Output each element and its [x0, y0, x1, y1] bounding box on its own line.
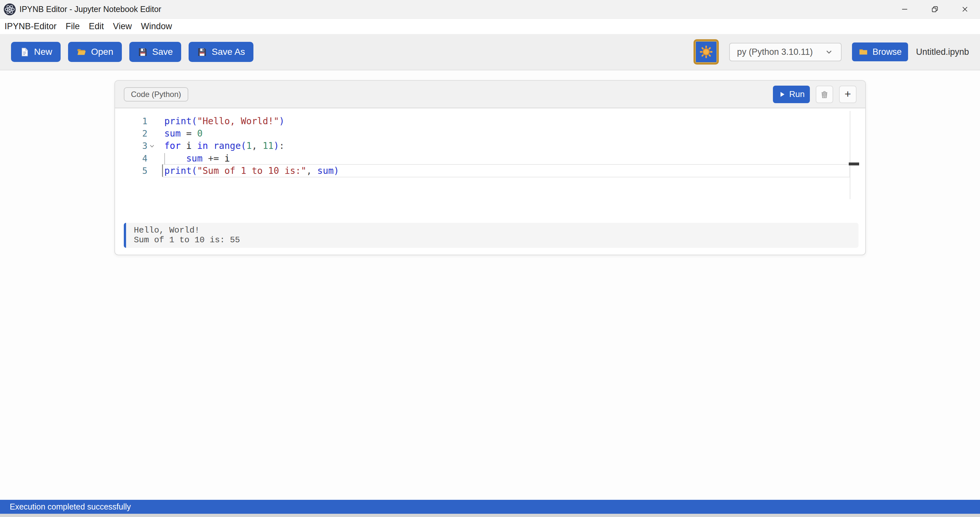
open-folder-icon: [76, 47, 86, 57]
code-text: sum += i: [156, 152, 230, 165]
toolbar-button-save[interactable]: Save: [129, 42, 181, 62]
theme-toggle-button[interactable]: [694, 39, 719, 65]
fold-chevron-icon[interactable]: [148, 140, 156, 152]
notebook-area: Code (Python) Run +: [0, 70, 980, 500]
kernel-select-value: py (Python 3.10.11): [737, 47, 813, 57]
menu-bar: IPYNB-EditorFileEditViewWindow: [0, 19, 980, 34]
line-number: 2: [115, 128, 148, 140]
run-button-label: Run: [789, 89, 805, 99]
code-editor[interactable]: 1print("Hello, World!")2sum = 03for i in…: [115, 109, 865, 223]
status-message-bar: Execution completed successfully: [0, 500, 980, 514]
window-bottom-edge: [0, 514, 980, 517]
cell-type-badge: Code (Python): [124, 87, 188, 102]
fold-column: [148, 165, 156, 177]
toolbar-button-new[interactable]: New: [11, 42, 60, 62]
cell-output: Hello, World!Sum of 1 to 10 is: 55: [124, 223, 859, 248]
menu-item-view[interactable]: View: [108, 21, 137, 32]
title-bar: IPYNB Editor - Jupyter Notebook Editor: [0, 0, 980, 19]
close-button[interactable]: [950, 0, 980, 19]
menu-item-file[interactable]: File: [61, 21, 84, 32]
line-number: 1: [115, 115, 148, 128]
code-line-3[interactable]: 3for i in range(1, 11):: [115, 140, 865, 152]
toolbar-button-label: Open: [91, 47, 113, 57]
text-cursor: [162, 164, 163, 177]
menu-item-window[interactable]: Window: [137, 21, 177, 32]
toolbar-right: py (Python 3.10.11) Browse Untitled.ipyn…: [694, 39, 969, 65]
status-bar: Execution completed successfully: [0, 500, 980, 517]
toolbar-button-label: New: [34, 47, 52, 57]
window-controls: [889, 0, 980, 19]
minimize-icon: [900, 5, 909, 14]
restore-icon: [931, 5, 939, 14]
add-cell-button[interactable]: +: [839, 86, 856, 103]
toolbar: NewOpenSaveSave As py (Python 3.10.11) B…: [0, 34, 980, 70]
window-title: IPYNB Editor - Jupyter Notebook Editor: [19, 5, 161, 14]
floppy-disk-icon: [197, 47, 207, 57]
browse-button[interactable]: Browse: [852, 43, 908, 61]
code-lines: 1print("Hello, World!")2sum = 03for i in…: [115, 109, 865, 177]
run-button[interactable]: Run: [773, 86, 810, 103]
maximize-restore-button[interactable]: [920, 0, 950, 19]
floppy-disk-icon: [138, 47, 148, 57]
new-document-icon: [19, 47, 30, 57]
toolbar-button-save-as[interactable]: Save As: [189, 42, 253, 62]
play-icon: [778, 91, 786, 98]
code-text: print("Sum of 1 to 10 is:", sum): [156, 165, 339, 177]
sun-icon: [699, 45, 713, 59]
code-line-2[interactable]: 2sum = 0: [115, 128, 865, 140]
status-message: Execution completed successfully: [10, 502, 131, 512]
line-number: 5: [115, 165, 148, 177]
code-text: sum = 0: [156, 128, 202, 140]
toolbar-file-buttons: NewOpenSaveSave As: [11, 42, 261, 62]
line-number: 4: [115, 152, 148, 165]
toolbar-button-label: Save As: [212, 47, 245, 57]
code-line-1[interactable]: 1print("Hello, World!"): [115, 115, 865, 128]
chevron-down-icon: [824, 47, 834, 57]
cell-header: Code (Python) Run +: [115, 81, 865, 109]
delete-cell-button[interactable]: [816, 86, 833, 103]
code-text: print("Hello, World!"): [156, 115, 285, 128]
notebook-cell: Code (Python) Run +: [115, 80, 866, 255]
trash-icon: [819, 89, 830, 100]
indent-guide: [164, 153, 165, 164]
scrollbar-thumb[interactable]: [849, 163, 859, 165]
code-line-4[interactable]: 4 sum += i: [115, 152, 865, 165]
electron-atom-icon: [3, 3, 16, 16]
closed-folder-icon: [859, 47, 868, 57]
fold-column: [148, 128, 156, 140]
code-text: for i in range(1, 11):: [156, 140, 285, 152]
line-number: 3: [115, 140, 148, 152]
close-icon: [961, 5, 969, 14]
code-line-5[interactable]: 5print("Sum of 1 to 10 is:", sum): [115, 165, 865, 177]
minimize-button[interactable]: [889, 0, 920, 19]
cell-actions: Run +: [773, 86, 856, 103]
kernel-select[interactable]: py (Python 3.10.11): [729, 43, 842, 61]
toolbar-button-label: Save: [152, 47, 173, 57]
menu-item-edit[interactable]: Edit: [84, 21, 108, 32]
fold-column: [148, 115, 156, 128]
output-line: Sum of 1 to 10 is: 55: [134, 235, 859, 245]
browse-button-label: Browse: [872, 47, 902, 57]
add-cell-label: +: [845, 88, 851, 99]
fold-column: [148, 152, 156, 165]
toolbar-button-open[interactable]: Open: [68, 42, 122, 62]
output-line: Hello, World!: [134, 225, 859, 235]
menu-item-ipynb-editor[interactable]: IPYNB-Editor: [0, 21, 61, 32]
app-window: IPYNB Editor - Jupyter Notebook Editor I…: [0, 0, 980, 517]
current-filename: Untitled.ipynb: [916, 47, 969, 57]
